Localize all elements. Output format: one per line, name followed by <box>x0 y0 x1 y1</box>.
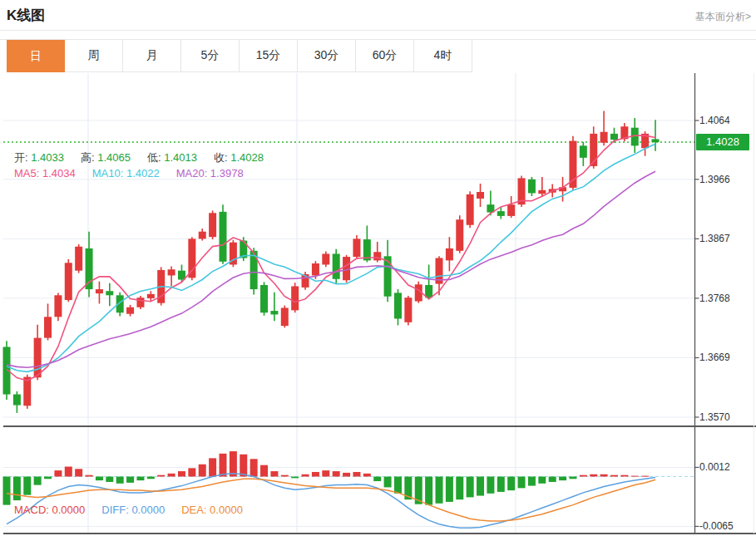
macd-axis-label: -0.0065 <box>699 519 749 533</box>
candle-body <box>188 238 195 278</box>
candle-body <box>467 194 474 225</box>
macd-bar <box>436 477 443 504</box>
candle-body <box>373 252 381 260</box>
candle-body <box>34 338 42 378</box>
ohlc-legend-item-1: 高: 1.4065 <box>81 150 131 165</box>
candle-body <box>65 263 72 300</box>
tab-timeframe-4[interactable]: 15分 <box>240 40 298 72</box>
page-title: K线图 <box>7 6 45 25</box>
candle-body <box>260 285 268 312</box>
candle-body <box>44 317 52 337</box>
tab-timeframe-1[interactable]: 周 <box>65 40 123 72</box>
macd-bar <box>34 477 42 485</box>
price-axis-label: 1.3768 <box>699 292 749 305</box>
candle-body <box>456 219 463 251</box>
macd-bar <box>302 475 309 477</box>
macd-bar <box>126 477 134 483</box>
legend-label: MA5: <box>14 167 39 179</box>
tab-timeframe-7[interactable]: 4时 <box>414 40 472 72</box>
candle-body <box>580 145 587 157</box>
macd-bar <box>507 477 515 491</box>
tab-timeframe-0[interactable]: 日 <box>7 40 65 72</box>
macd-bar <box>620 475 628 477</box>
macd-bar <box>199 465 206 477</box>
macd-bar <box>456 477 463 500</box>
legend-value: 1.4034 <box>39 167 75 179</box>
macd-bar <box>425 477 432 505</box>
candle-body <box>353 238 360 257</box>
macd-bar <box>373 477 381 482</box>
fundamental-analysis-link[interactable]: 基本面分析> <box>695 10 751 24</box>
legend-value: 1.4033 <box>28 151 64 164</box>
macd-bar <box>343 473 350 477</box>
candle-body <box>54 295 62 317</box>
candle-body <box>209 213 216 237</box>
legend-label: 收: <box>214 151 228 164</box>
tab-timeframe-6[interactable]: 60分 <box>356 40 414 72</box>
macd-bar <box>13 477 21 501</box>
macd-bar <box>641 476 649 477</box>
macd-bar <box>230 451 237 476</box>
candle-body <box>136 298 144 307</box>
macd-bar <box>477 477 484 496</box>
macd-bar <box>240 455 247 477</box>
macd-bar <box>559 477 566 481</box>
timeframe-tabs: 日周月5分15分30分60分4时 <box>7 40 472 72</box>
candle-body <box>425 285 432 298</box>
macd-bar <box>590 475 597 477</box>
price-axis-label: 1.4064 <box>699 114 749 127</box>
candle-body <box>610 134 618 140</box>
macd-bar <box>538 477 546 484</box>
macd-bar <box>168 474 175 477</box>
candle-body <box>538 190 546 194</box>
legend-label: 低: <box>147 151 161 164</box>
candle-body <box>281 307 289 326</box>
macd-bar <box>528 477 536 486</box>
candle-body <box>220 212 227 262</box>
legend-value: 1.4065 <box>95 151 131 164</box>
macd-bar <box>446 477 453 502</box>
macd-legend: MACD: 0.0000DIFF: 0.0000DEA: 0.0000 <box>14 504 243 516</box>
candle-body <box>106 291 113 295</box>
macd-bar <box>23 477 31 495</box>
candle-body <box>528 179 536 194</box>
legend-value: 0.0000 <box>206 504 242 516</box>
macd-bar <box>178 471 185 476</box>
macd-bar <box>116 477 124 484</box>
legend-label: 开: <box>14 151 28 164</box>
candle-body <box>75 247 82 271</box>
candle-body <box>322 253 329 264</box>
ohlc-legend-item-2: 低: 1.4013 <box>147 150 197 165</box>
macd-bar <box>96 477 103 481</box>
diff-line <box>7 474 655 529</box>
macd-bar <box>333 471 340 476</box>
legend-value: 1.4013 <box>161 151 197 164</box>
candle-body <box>291 286 299 310</box>
macd-bar <box>136 477 144 481</box>
candle-body <box>404 298 412 322</box>
tab-timeframe-3[interactable]: 5分 <box>181 40 240 72</box>
macd-bar <box>353 472 360 477</box>
ma20-line <box>7 171 655 367</box>
candle-body <box>147 294 155 298</box>
macd-bar <box>363 474 371 477</box>
candle-body <box>333 253 340 278</box>
candle-body <box>600 132 608 143</box>
candle-body <box>3 347 11 394</box>
ma-legend-item-1: MA10: 1.4022 <box>92 167 160 179</box>
macd-bar <box>54 470 62 476</box>
tab-timeframe-5[interactable]: 30分 <box>298 40 356 72</box>
legend-label: DEA: <box>181 504 206 516</box>
candle-body <box>23 377 31 406</box>
current-price-badge: 1.4028 <box>696 134 749 150</box>
candle-body <box>446 248 453 260</box>
legend-label: DIFF: <box>101 504 129 516</box>
macd-bar <box>188 468 195 476</box>
macd-bar <box>75 469 82 476</box>
legend-label: MA20: <box>176 167 208 179</box>
candle-body <box>312 263 319 275</box>
macd-legend-item-1: DIFF: 0.0000 <box>101 504 165 516</box>
macd-bar <box>209 458 216 476</box>
legend-value: 1.4022 <box>123 167 159 179</box>
tab-timeframe-2[interactable]: 月 <box>123 40 181 72</box>
